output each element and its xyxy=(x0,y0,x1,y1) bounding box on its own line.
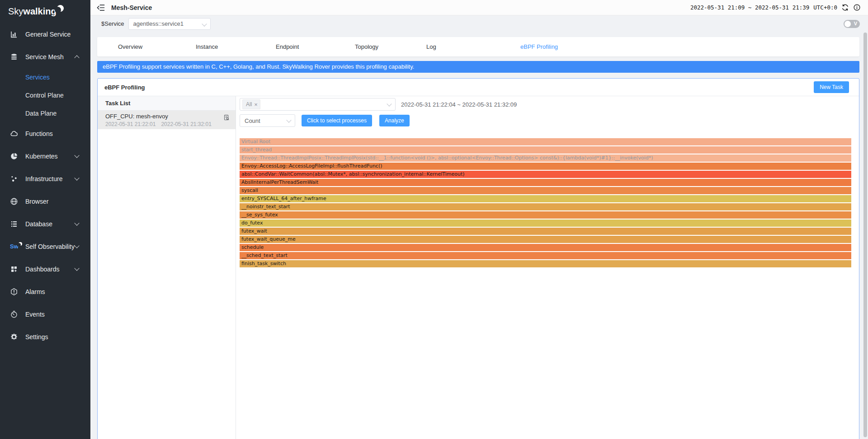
top-header: Mesh-Service 2022-05-31 21:09 ~ 2022-05-… xyxy=(90,0,868,15)
sidebar-item-self-observability[interactable]: SwSelf Observability xyxy=(0,235,90,258)
tab-endpoint[interactable]: Endpoint xyxy=(276,37,299,56)
service-select-value: agentless::service1 xyxy=(133,20,184,27)
chevron-down-icon xyxy=(74,220,79,225)
list-icon xyxy=(10,220,18,228)
refresh-icon[interactable] xyxy=(841,4,849,11)
dots-icon xyxy=(10,175,18,183)
page-title: Mesh-Service xyxy=(111,4,152,11)
flame-frame-schedule[interactable]: schedule xyxy=(240,244,851,251)
flame-frame-start-thread[interactable]: start_thread xyxy=(240,146,851,154)
logo-text-walking: walking xyxy=(23,6,56,17)
chevron-down-icon xyxy=(74,175,79,180)
skywalking-app: Skywalking General ServiceService MeshSe… xyxy=(0,0,868,439)
sidebar-item-label: Service Mesh xyxy=(25,53,64,61)
task-time-range: 2022-05-31 21:22:04 ~ 2022-05-31 21:32:0… xyxy=(401,101,517,108)
chevron-down-icon xyxy=(74,266,79,271)
header-right-group: 2022-05-31 21:09 ~ 2022-05-31 21:39 UTC+… xyxy=(690,4,861,11)
chevron-down-icon xyxy=(74,243,79,248)
flame-frame-finish-task-switch[interactable]: finish_task_switch xyxy=(240,260,851,267)
process-filter-select[interactable]: All × xyxy=(240,98,396,111)
sidebar-item-general-service[interactable]: General Service xyxy=(0,23,90,46)
sidebar-item-label: General Service xyxy=(25,31,71,38)
sidebar-item-settings[interactable]: Settings xyxy=(0,326,90,348)
analyze-button[interactable]: Analyze xyxy=(379,115,410,126)
dashboard-tabs: OverviewInstanceEndpointTopologyLogeBPF … xyxy=(97,37,859,56)
flame-frame-do-futex[interactable]: do_futex xyxy=(240,220,851,227)
aggregation-select-value: Count xyxy=(245,117,260,124)
tab-ebpf-profiling[interactable]: eBPF Profiling xyxy=(520,37,558,56)
flame-frame-abslinternalperthreadsemwait[interactable]: AbslInternalPerThreadSemWait xyxy=(240,179,851,186)
globe-icon xyxy=(10,197,18,205)
version-toggle[interactable]: V xyxy=(844,20,860,28)
sidebar-item-kubernetes[interactable]: Kubernetes xyxy=(0,145,90,168)
sidebar-item-label: Events xyxy=(25,311,45,318)
toggle-knob xyxy=(844,21,851,27)
grid-plus-icon xyxy=(10,265,18,273)
stopwatch-icon xyxy=(10,310,18,318)
flame-frame-envoy-accesslog-accesslogfileimpl-flusht[interactable]: Envoy::AccessLog::AccessLogFileImpl::flu… xyxy=(240,163,851,170)
gear-icon xyxy=(10,333,18,341)
sidebar-item-functions[interactable]: Functions xyxy=(0,122,90,145)
task-item[interactable]: OFF_CPU: mesh-envoy2022-05-31 21:22:0120… xyxy=(98,111,236,129)
sidebar-item-browser[interactable]: Browser xyxy=(0,190,90,213)
flame-frame-noinstr-text-start[interactable]: __noinstr_text_start xyxy=(240,203,851,210)
aggregation-select[interactable]: Count xyxy=(240,114,295,127)
chevron-down-icon xyxy=(286,117,291,122)
flame-frame-envoy-thread-threadimplposix-threadimplp[interactable]: Envoy::Thread::ThreadImplPosix::ThreadIm… xyxy=(240,154,851,162)
sidebar-item-services[interactable]: Services xyxy=(0,68,90,86)
time-range-text[interactable]: 2022-05-31 21:09 ~ 2022-05-31 21:39 xyxy=(690,4,809,11)
controls-row-1: All × 2022-05-31 21:22:04 ~ 2022-05-31 2… xyxy=(240,98,851,111)
task-name: OFF_CPU: mesh-envoy xyxy=(105,113,230,120)
cloud-icon xyxy=(10,130,18,138)
flame-frame-futex-wait[interactable]: futex_wait xyxy=(240,228,851,235)
sidebar-item-label: Settings xyxy=(25,333,48,341)
select-processes-button[interactable]: Click to select processes xyxy=(302,115,372,126)
flame-frame-virtual-root[interactable]: Virtual Root xyxy=(240,138,851,145)
pie-icon xyxy=(10,152,18,160)
sidebar-item-label: Database xyxy=(25,220,52,228)
sidebar-item-database[interactable]: Database xyxy=(0,213,90,235)
chevron-down-icon xyxy=(387,101,392,106)
tab-instance[interactable]: Instance xyxy=(196,37,218,56)
menu-fold-icon[interactable] xyxy=(96,3,105,12)
service-select[interactable]: agentless::service1 xyxy=(128,18,211,30)
task-end-time: 2022-05-31 21:32:01 xyxy=(161,121,211,127)
logo-text-sky: Sky xyxy=(8,6,23,17)
tab-log[interactable]: Log xyxy=(426,37,436,56)
scrollbar-thumb[interactable] xyxy=(863,33,867,437)
flame-frame-syscall[interactable]: syscall xyxy=(240,187,851,194)
sidebar-item-infrastructure[interactable]: Infrastructure xyxy=(0,168,90,190)
sidebar-item-label: Self Observability xyxy=(25,243,75,250)
sidebar-item-control-plane[interactable]: Control Plane xyxy=(0,86,90,104)
sidebar-item-dashboards[interactable]: Dashboards xyxy=(0,258,90,280)
tag-close-icon[interactable]: × xyxy=(254,102,258,107)
task-detail-icon[interactable] xyxy=(223,114,230,121)
flame-frame-absl-condvar-waitcommon-absl-mutex-absl-[interactable]: absl::CondVar::WaitCommon(absl::Mutex*, … xyxy=(240,171,851,178)
sidebar-item-alarms[interactable]: Alarms xyxy=(0,280,90,303)
flame-graph: Virtual Rootstart_threadEnvoy::Thread::T… xyxy=(240,138,851,267)
process-filter-tag: All × xyxy=(242,99,260,109)
new-task-button[interactable]: New Task xyxy=(814,81,849,93)
flame-frame-entry-syscall-64-after-hwframe[interactable]: entry_SYSCALL_64_after_hwframe xyxy=(240,195,851,202)
flame-frame-se-sys-futex[interactable]: __se_sys_futex xyxy=(240,211,851,219)
tab-overview[interactable]: Overview xyxy=(118,37,142,56)
toggle-label: V xyxy=(854,21,857,26)
sidebar-item-data-plane[interactable]: Data Plane xyxy=(0,104,90,122)
ebpf-profiling-panel: eBPF Profiling New Task Task List OFF_CP… xyxy=(97,78,859,439)
sidebar-item-label: Infrastructure xyxy=(25,175,62,182)
analysis-panel: All × 2022-05-31 21:22:04 ~ 2022-05-31 2… xyxy=(236,96,859,439)
timezone-text[interactable]: UTC+0:0 xyxy=(813,4,837,11)
flame-frame-sched-text-start[interactable]: __sched_text_start xyxy=(240,252,851,259)
sidebar: Skywalking General ServiceService MeshSe… xyxy=(0,0,90,439)
info-icon[interactable] xyxy=(853,4,861,11)
alert-hexagon-icon xyxy=(10,288,18,296)
panel-body: Task List OFF_CPU: mesh-envoy2022-05-31 … xyxy=(98,96,859,439)
sidebar-item-service-mesh[interactable]: Service Mesh xyxy=(0,46,90,68)
main-content: OverviewInstanceEndpointTopologyLogeBPF … xyxy=(90,32,868,439)
task-list-header: Task List xyxy=(98,96,236,111)
flame-frame-futex-wait-queue-me[interactable]: futex_wait_queue_me xyxy=(240,236,851,243)
sidebar-item-events[interactable]: Events xyxy=(0,303,90,326)
page-scrollbar xyxy=(863,33,867,437)
tab-topology[interactable]: Topology xyxy=(355,37,378,56)
task-times: 2022-05-31 21:22:012022-05-31 21:32:01 xyxy=(105,121,230,127)
